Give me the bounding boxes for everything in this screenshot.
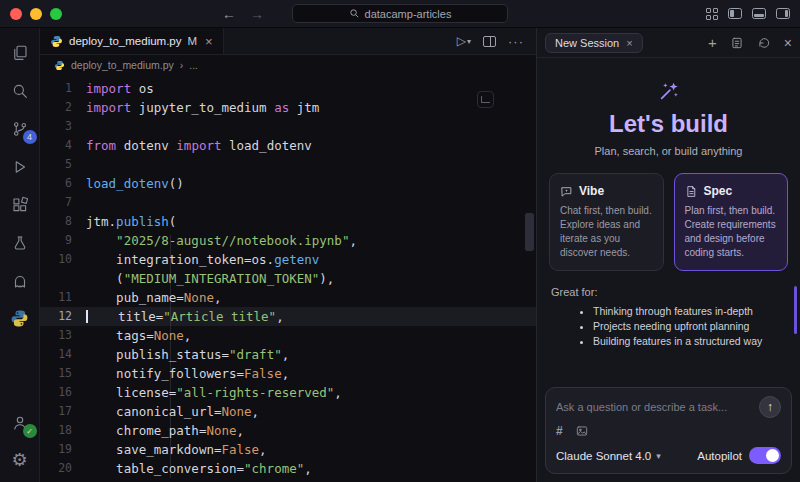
close-window-button[interactable] — [10, 8, 22, 20]
inline-widget-icon[interactable] — [477, 91, 494, 108]
code-line[interactable]: 4from dotenv import load_dotenv — [40, 136, 536, 155]
great-for-label: Great for: — [551, 286, 786, 298]
code-line[interactable]: 5 — [40, 155, 536, 174]
session-tab[interactable]: New Session × — [545, 33, 643, 53]
vibe-card[interactable]: Vibe Chat first, then build. Explore ide… — [549, 173, 664, 271]
nav-back-icon[interactable]: ← — [222, 6, 236, 22]
breadcrumb[interactable]: deploy_to_medium.py › ... — [40, 55, 536, 75]
send-button[interactable]: ↑ — [759, 396, 781, 418]
python-extension-icon[interactable] — [7, 306, 33, 331]
line-number: 15 — [40, 364, 86, 383]
maximize-window-button[interactable] — [50, 8, 62, 20]
code-line[interactable]: 10 integration_token=os.getenv — [40, 250, 536, 269]
line-number: 5 — [40, 155, 86, 174]
window-controls — [0, 8, 62, 20]
list-item: Thinking through features in-depth — [593, 305, 786, 317]
chat-input-box: ↑ # Claude Sonnet 4.0 ▾ Autopilot — [545, 387, 792, 474]
account-icon[interactable]: ✓ — [7, 410, 33, 435]
line-number: 10 — [40, 250, 86, 269]
modified-indicator: M — [188, 35, 198, 47]
model-name: Claude Sonnet 4.0 — [556, 450, 651, 462]
line-number: 3 — [40, 117, 86, 136]
editor-scrollbar-thumb[interactable] — [525, 213, 534, 251]
chat-bubble-icon — [560, 185, 573, 198]
tab-title: deploy_to_medium.py — [69, 35, 182, 47]
line-number: 7 — [40, 193, 86, 212]
new-session-icon[interactable]: + — [708, 35, 717, 50]
testing-flask-icon[interactable] — [7, 230, 33, 255]
code-line[interactable]: 14 publish_status="draft", — [40, 345, 536, 364]
chat-input[interactable] — [556, 401, 759, 413]
search-sidebar-icon[interactable] — [7, 78, 33, 103]
line-number: 17 — [40, 402, 86, 421]
code-line[interactable]: 18 chrome_path=None, — [40, 421, 536, 440]
breadcrumb-ellipsis: ... — [189, 59, 198, 71]
more-actions-icon[interactable]: ··· — [508, 34, 524, 49]
code-line[interactable]: ("MEDIUM_INTEGRATION_TOKEN"), — [40, 269, 536, 288]
model-selector[interactable]: Claude Sonnet 4.0 ▾ — [556, 450, 661, 462]
code-line[interactable]: 17 canonical_url=None, — [40, 402, 536, 421]
line-number: 16 — [40, 383, 86, 402]
code-line[interactable]: 13 tags=None, — [40, 326, 536, 345]
code-line[interactable]: 19 save_markdown=False, — [40, 440, 536, 459]
chat-scrollbar-thumb[interactable] — [794, 286, 797, 334]
code-line[interactable]: 6load_dotenv() — [40, 174, 536, 193]
titlebar: ← → datacamp-articles — [0, 0, 800, 28]
code-line[interactable]: 16 license="all-rights-reserved", — [40, 383, 536, 402]
code-line[interactable]: 20 table_conversion="chrome", — [40, 459, 536, 478]
run-file-button[interactable]: ▷▾ — [457, 34, 471, 48]
workspace-name: datacamp-articles — [365, 8, 452, 20]
code-line[interactable]: 8jtm.publish( — [40, 212, 536, 231]
code-line[interactable]: 1import os — [40, 79, 536, 98]
session-close-icon[interactable]: × — [626, 37, 632, 49]
line-number: 8 — [40, 212, 86, 231]
code-line[interactable]: 15 notify_followers=False, — [40, 364, 536, 383]
tasks-icon[interactable] — [730, 36, 744, 50]
autopilot-label: Autopilot — [697, 450, 742, 462]
code-lines: 1import os2import jupyter_to_medium as j… — [40, 75, 536, 478]
nav-forward-icon[interactable]: → — [250, 6, 264, 22]
great-for-section: Great for: Thinking through features in-… — [551, 286, 786, 347]
toggle-knob — [766, 449, 779, 462]
chat-panel: New Session × + × Let's build Plan, sear… — [536, 28, 800, 482]
code-line[interactable]: 12 title="Article title", — [40, 307, 536, 326]
context-hash-icon[interactable]: # — [556, 424, 563, 438]
attach-image-icon[interactable] — [575, 424, 589, 438]
code-line[interactable]: 2import jupyter_to_medium as jtm — [40, 98, 536, 117]
minimize-window-button[interactable] — [30, 8, 42, 20]
assistant-ghost-icon[interactable] — [7, 268, 33, 293]
layout-panel-icon[interactable] — [752, 8, 766, 19]
hero-subtitle: Plan, search, or build anything — [537, 145, 800, 157]
line-number: 4 — [40, 136, 86, 155]
extensions-icon[interactable] — [7, 192, 33, 217]
settings-gear-icon[interactable]: ⚙ — [7, 447, 33, 472]
line-number: 13 — [40, 326, 86, 345]
editor-tab-bar: deploy_to_medium.py M × ▷▾ ··· — [40, 28, 536, 55]
explorer-icon[interactable] — [7, 40, 33, 65]
line-number: 1 — [40, 79, 86, 98]
mode-cards: Vibe Chat first, then build. Explore ide… — [549, 173, 788, 271]
tab-close-icon[interactable]: × — [205, 34, 213, 49]
run-debug-icon[interactable] — [7, 154, 33, 179]
source-control-icon[interactable]: 4 — [7, 116, 33, 141]
vibe-card-title: Vibe — [579, 184, 604, 198]
close-panel-icon[interactable]: × — [784, 36, 792, 50]
editor-tab[interactable]: deploy_to_medium.py M × — [40, 28, 224, 54]
split-editor-icon[interactable] — [483, 36, 496, 47]
chevron-down-icon: ▾ — [656, 451, 661, 461]
list-item: Projects needing upfront planning — [593, 320, 786, 332]
layout-sidebar-right-icon[interactable] — [776, 8, 790, 19]
code-line[interactable]: 9 "2025/8-august//notebook.ipynb", — [40, 231, 536, 250]
spec-card[interactable]: Spec Plan first, then build. Create requ… — [674, 173, 789, 271]
autopilot-toggle[interactable] — [749, 447, 781, 464]
apps-grid-icon[interactable] — [706, 8, 718, 20]
line-number: 11 — [40, 288, 86, 307]
layout-sidebar-left-icon[interactable] — [728, 8, 742, 19]
history-icon[interactable] — [757, 36, 771, 50]
code-line[interactable]: 7 — [40, 193, 536, 212]
code-line[interactable]: 3 — [40, 117, 536, 136]
command-center-search[interactable]: datacamp-articles — [292, 4, 508, 23]
code-line[interactable]: 11 pub_name=None, — [40, 288, 536, 307]
code-editor[interactable]: 1import os2import jupyter_to_medium as j… — [40, 75, 536, 482]
vibe-card-body: Chat first, then build. Explore ideas an… — [560, 204, 653, 260]
